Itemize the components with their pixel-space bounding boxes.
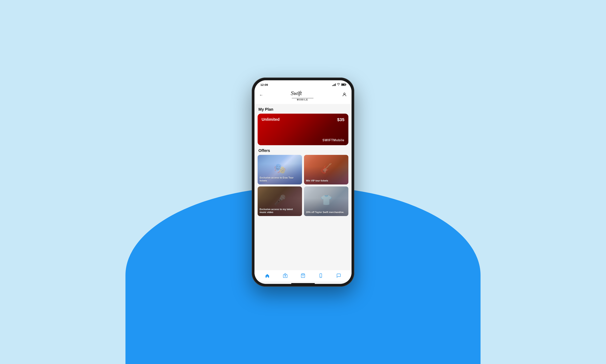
logo-subtitle: MOBILE bbox=[297, 99, 308, 101]
store-icon bbox=[283, 273, 288, 279]
nav-device[interactable] bbox=[315, 273, 326, 280]
logo-underline bbox=[292, 98, 313, 98]
offer-label-1: Exclusive access to Eras Tour tickets bbox=[260, 176, 300, 182]
svg-rect-3 bbox=[285, 275, 286, 276]
phone-screen: 12:09 bbox=[255, 80, 351, 284]
home-indicator bbox=[291, 283, 315, 284]
logo-script: Swift bbox=[290, 89, 315, 98]
offer-label-3: Exclusive access to my latest music vide… bbox=[260, 208, 300, 214]
back-button[interactable]: ← bbox=[259, 93, 263, 97]
device-icon bbox=[318, 273, 323, 279]
plan-name: Unlimited bbox=[262, 117, 280, 122]
offer-card-3[interactable]: Exclusive access to my latest music vide… bbox=[258, 186, 302, 216]
offer-card-1[interactable]: Exclusive access to Eras Tour tickets bbox=[258, 155, 302, 184]
home-icon bbox=[265, 273, 270, 279]
nav-home[interactable] bbox=[262, 273, 273, 280]
chat-icon bbox=[336, 273, 341, 279]
offers-heading: Offers bbox=[255, 145, 351, 155]
signal-icon bbox=[332, 83, 336, 86]
nav-header: ← Swift MOBILE bbox=[255, 88, 351, 104]
plan-card-top: Unlimited $35 bbox=[262, 117, 344, 122]
battery-icon bbox=[341, 83, 346, 86]
status-icons bbox=[332, 83, 346, 86]
bottom-nav bbox=[255, 270, 351, 282]
cart-icon bbox=[301, 273, 305, 279]
plan-brand: SWIFTMobile bbox=[322, 139, 344, 142]
offer-label-2: Win VIP tour tickets bbox=[306, 179, 346, 182]
scroll-content: My Plan Unlimited $35 SWIFTMobile Offers… bbox=[255, 104, 351, 270]
svg-text:Swift: Swift bbox=[291, 90, 302, 96]
offer-label-4: 20% off Taylor Swift merchandise. bbox=[306, 211, 346, 214]
svg-point-1 bbox=[344, 93, 345, 94]
nav-store[interactable] bbox=[280, 273, 291, 280]
nav-cart[interactable] bbox=[297, 273, 309, 280]
offers-grid: Exclusive access to Eras Tour tickets Wi… bbox=[255, 155, 351, 216]
logo-area: Swift MOBILE bbox=[290, 89, 315, 101]
status-time: 12:09 bbox=[260, 83, 268, 86]
phone-outer: 12:09 bbox=[252, 78, 354, 287]
status-bar: 12:09 bbox=[255, 80, 351, 88]
plan-price: $35 bbox=[337, 117, 344, 122]
phone-frame: 12:09 bbox=[252, 78, 354, 287]
nav-chat[interactable] bbox=[333, 273, 344, 280]
my-plan-heading: My Plan bbox=[255, 104, 351, 114]
profile-button[interactable] bbox=[342, 92, 347, 98]
plan-card[interactable]: Unlimited $35 SWIFTMobile bbox=[258, 114, 348, 145]
offer-card-4[interactable]: 20% off Taylor Swift merchandise. bbox=[304, 186, 348, 216]
wifi-icon bbox=[337, 83, 340, 86]
offer-card-2[interactable]: Win VIP tour tickets bbox=[304, 155, 348, 184]
